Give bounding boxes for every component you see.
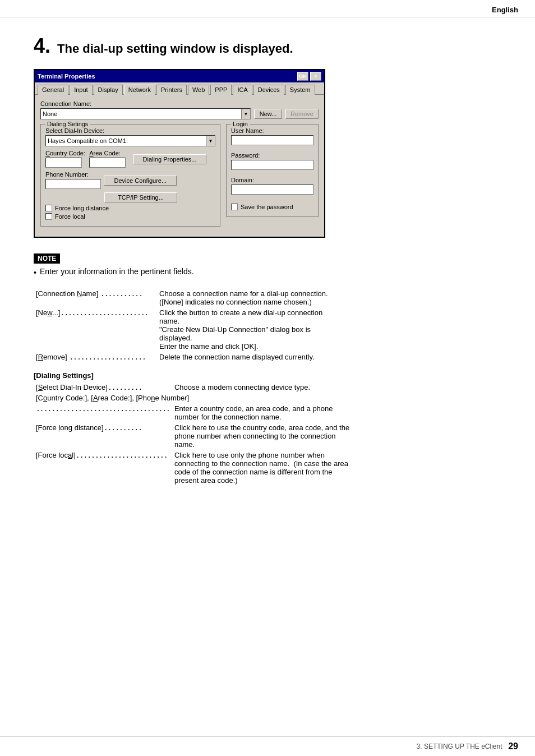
desc-row-new: [New...]....................... Click th… [34, 307, 501, 352]
desc-label: [Force local]........................ [36, 451, 168, 459]
domain-input[interactable] [231, 185, 313, 195]
desc-label: [Connection Name] ........... [36, 289, 142, 298]
desc-text: Delete the connection name displayed cur… [157, 352, 501, 362]
terminal-properties-dialog: Terminal Properties OK × General Input D… [34, 69, 325, 238]
select-dial-label: Select Dial-In Device: [45, 127, 215, 134]
desc-label: [Remove] .................... [36, 353, 146, 361]
step-number: 4. [34, 34, 50, 58]
area-code-label: Area Code: [89, 150, 121, 156]
save-password-label: Save the password [241, 204, 293, 210]
desc-text: Click here to use the country code, area… [172, 422, 501, 450]
dialing-section-heading: [Dialing Settings] [34, 371, 501, 380]
desc-label: [Select Dial-In Device]......... [36, 383, 142, 391]
device-configure-button[interactable]: Device Configure... [104, 176, 177, 186]
tab-system[interactable]: System [285, 85, 315, 95]
area-code-input[interactable] [89, 158, 126, 168]
desc-row-connection-name: [Connection Name] ........... Choose a c… [34, 288, 501, 307]
password-label: Password: [231, 152, 313, 159]
dialing-properties-button[interactable]: Dialing Properties... [133, 154, 206, 164]
note-text: Enter your information in the pertinent … [40, 267, 194, 276]
desc-label: [Country Code:], [Area Code:], [Phone Nu… [36, 394, 189, 402]
dialing-desc-row-codes-label: [Country Code:], [Area Code:], [Phone Nu… [34, 393, 501, 403]
desc-label: [New...]....................... [36, 308, 148, 317]
language-label: English [492, 6, 518, 14]
device-dropdown-arrow-icon: ▼ [206, 136, 215, 146]
tcpip-button[interactable]: TCP/IP Setting... [104, 192, 177, 202]
country-code-input[interactable] [45, 158, 82, 168]
desc-row-remove: [Remove] .................... Delete the… [34, 352, 501, 362]
tab-web[interactable]: Web [188, 85, 209, 95]
phone-number-label: Phone Number: [45, 171, 89, 178]
tab-printers[interactable]: Printers [156, 85, 187, 95]
ok-button[interactable]: OK [297, 72, 308, 81]
footer-section-label: 3. SETTING UP THE eClient [417, 743, 502, 750]
tab-network[interactable]: Network [124, 85, 155, 95]
dialing-settings-group: Dialing Setings Select Dial-In Device: H… [40, 124, 220, 227]
domain-label: Domain: [231, 177, 313, 183]
dropdown-arrow-icon: ▼ [241, 109, 250, 119]
connection-name-label: Connection Name: [40, 100, 319, 107]
force-local-checkbox[interactable] [45, 213, 52, 220]
description-table: [Connection Name] ........... Choose a c… [34, 288, 501, 362]
phone-number-input[interactable] [45, 179, 101, 189]
force-local-row: Force local [45, 213, 215, 220]
bullet-icon: • [34, 268, 36, 277]
desc-text: Choose a modem connecting device type. [172, 382, 501, 393]
new-button[interactable]: New... [254, 109, 282, 119]
tab-ica[interactable]: ICA [233, 85, 252, 95]
dialing-desc-row-force-local: [Force local]........................ Cl… [34, 450, 501, 486]
tab-general[interactable]: General [38, 85, 68, 95]
dialing-desc-row-force-long: [Force long distance].......... Click he… [34, 422, 501, 450]
dialing-desc-row-codes-desc: ................................... Ente… [34, 403, 501, 422]
device-dropdown[interactable]: Hayes Compatible on COM1: ▼ [45, 135, 215, 146]
password-input[interactable] [231, 160, 313, 170]
country-code-label: Country Code: [45, 150, 85, 156]
note-badge: NOTE [34, 253, 60, 264]
login-group-title: Login [231, 121, 250, 127]
dialog-title: Terminal Properties [38, 73, 95, 80]
desc-label: [Force long distance].......... [36, 423, 142, 432]
user-name-input[interactable] [231, 135, 313, 145]
dialing-desc-row-device: [Select Dial-In Device]......... Choose … [34, 382, 501, 393]
login-group: Login User Name: Password: Domain: [226, 124, 319, 217]
remove-button[interactable]: Remove [285, 109, 319, 119]
footer: 3. SETTING UP THE eClient 29 [0, 736, 535, 756]
desc-text: Click the button to create a new dial-up… [157, 307, 501, 352]
tab-devices[interactable]: Devices [253, 85, 284, 95]
tab-ppp[interactable]: PPP [210, 85, 232, 95]
save-password-checkbox[interactable] [231, 204, 238, 210]
tab-bar: General Input Display Network Printers W… [35, 82, 324, 95]
force-local-label: Force local [55, 213, 85, 220]
desc-text: Enter a country code, an area code, and … [172, 403, 501, 422]
connection-name-dropdown[interactable]: None ▼ [40, 108, 251, 119]
step-title: The dial-up setting window is displayed. [57, 42, 293, 56]
desc-text: Click here to use only the phone number … [172, 450, 501, 486]
dialing-description-table: [Select Dial-In Device]......... Choose … [34, 382, 501, 486]
close-button[interactable]: × [310, 72, 321, 81]
force-long-label: Force long distance [55, 205, 109, 211]
tab-display[interactable]: Display [94, 85, 123, 95]
user-name-label: User Name: [231, 127, 313, 134]
tab-input[interactable]: Input [70, 85, 92, 95]
desc-text: Choose a connection name for a dial-up c… [157, 288, 501, 307]
dialing-settings-title: Dialing Setings [45, 121, 90, 127]
note-section: NOTE • Enter your information in the per… [34, 253, 501, 277]
page-number: 29 [508, 741, 518, 752]
force-long-checkbox[interactable] [45, 205, 52, 211]
force-long-row: Force long distance [45, 205, 215, 211]
